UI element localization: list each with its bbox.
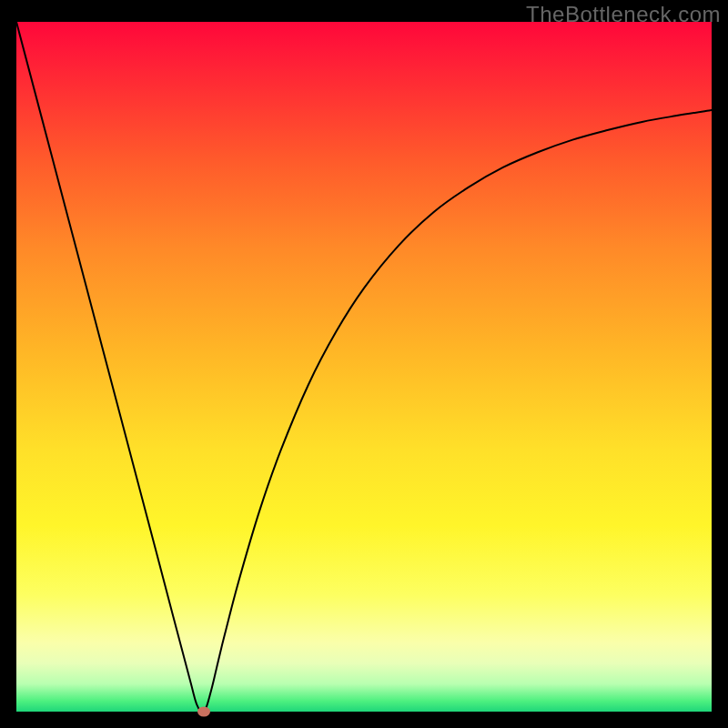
optimal-point-marker — [197, 707, 210, 717]
plot-area — [16, 22, 712, 712]
chart-container: TheBottleneck.com — [0, 0, 728, 728]
bottleneck-curve — [16, 22, 712, 712]
watermark-text: TheBottleneck.com — [526, 2, 721, 27]
